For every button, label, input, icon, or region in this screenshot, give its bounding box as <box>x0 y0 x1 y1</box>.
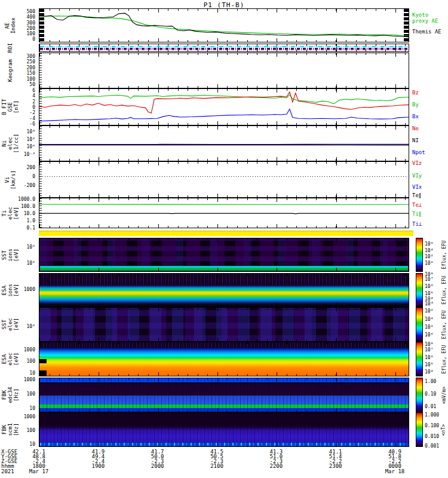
yticks-fbk-scm1: 100010010 <box>0 412 37 447</box>
unit-text: <nT> <box>441 424 447 435</box>
y-minor-ticks <box>39 162 42 197</box>
unit-text: Eflux, EFU <box>441 240 447 269</box>
legend-viy: VIy <box>412 173 422 179</box>
streak-overlay <box>39 413 409 446</box>
tick-label: 1.000 <box>425 412 439 418</box>
tick-label: 2 <box>32 99 35 104</box>
bottom-axis: X-GSE Y-GSE Z-GSE hhmm 2021 42.148.8-2.4… <box>0 449 448 478</box>
legend-bz: Bz <box>412 90 419 96</box>
tick-label: 50 <box>29 82 35 87</box>
tick-label: 10² <box>425 324 433 330</box>
tick-label: 10⁰ <box>425 332 433 337</box>
tick-block <box>39 370 47 376</box>
unit-text: Eflux, EFU <box>441 345 447 373</box>
zero-dotted-line <box>40 176 408 177</box>
roi-highlight-bar <box>39 231 413 236</box>
tick-label: 10² <box>27 136 35 142</box>
tick-label: 200 <box>27 165 35 170</box>
tick-label: 10⁴ <box>425 247 433 253</box>
tick-label: 10³ <box>425 301 433 307</box>
tick-label: 6 <box>32 88 35 93</box>
yticks-esa-ions: 1000 <box>0 273 37 307</box>
panel-keogram <box>39 53 409 88</box>
tick-label: 10⁵ <box>425 362 433 367</box>
ephemeris-value: 1900 <box>80 464 116 468</box>
tick-label: 10.0 <box>24 211 35 216</box>
low-energy-band <box>40 266 408 271</box>
tick-label: 100.0 <box>21 204 35 209</box>
top-ticks <box>39 238 409 242</box>
tick-label: -200 <box>24 183 35 188</box>
ephemeris-value: 2000 <box>140 464 176 468</box>
ephemeris-column: 41.351.0-2.32200 <box>258 449 294 468</box>
colorbar-unit-sst-ions: Eflux, EFU <box>440 238 448 272</box>
ephemeris-column: 41.949.4-2.41900 <box>80 449 116 468</box>
colorbar-fbk-scm1 <box>416 412 423 447</box>
legend-bx: Bx <box>412 114 419 120</box>
bottom-cyan-band <box>40 443 408 446</box>
colorbar-unit-sst-elec: Eflux, EFU <box>440 307 448 342</box>
panel-sst-ions-spectrogram <box>39 238 409 272</box>
legend-by: By <box>412 102 419 108</box>
date-label: Mar 17 <box>21 469 57 474</box>
tick-label: 0.10 <box>425 391 436 397</box>
yticks-vi: 2000-200 <box>0 161 37 198</box>
ephemeris-column: 42.148.8-2.41800Mar 17 <box>21 449 57 474</box>
colorbar-esa-ions <box>416 273 423 307</box>
tick-label: 100 <box>27 428 35 433</box>
top-ticks <box>39 413 409 416</box>
panel-fbk-edc34-spectrogram <box>39 378 409 412</box>
legend-viz: VIz <box>412 160 422 166</box>
ephemeris-column: 40.951.8-2.20000Mar 18 <box>377 449 413 474</box>
tick-label: 10⁶ <box>425 308 433 313</box>
tick-label: 10⁶ <box>27 244 35 249</box>
panel-roi <box>39 44 409 52</box>
themis-overview-plot: P1 (TH-B) AE Index ROI Keogram B FIT GSE… <box>0 0 448 478</box>
legend-ni: NI <box>412 137 419 143</box>
roi-line-red <box>40 49 408 50</box>
y-minor-ticks <box>39 53 42 88</box>
roi-line-cyan <box>40 46 408 47</box>
legend-ne: Ne <box>412 125 419 131</box>
tick-label: 10⁴ <box>425 369 433 374</box>
tick-label: 10 <box>29 370 35 376</box>
yticks-ni: 10⁴10²10⁰10⁻² <box>0 125 37 161</box>
tick-label: 10⁵ <box>27 323 35 329</box>
ephemeris-value: 2100 <box>199 464 235 468</box>
streak-overlay <box>39 378 409 412</box>
tick-label: 10⁸ <box>425 342 433 347</box>
tick-label: 1000 <box>24 287 35 292</box>
tick-label: 1000 <box>24 376 35 382</box>
unit-text: <mV/m> <box>441 387 447 404</box>
colorbar-esa-elec <box>416 342 423 376</box>
ephemeris-column: 41.151.4-2.22300 <box>318 449 354 468</box>
colorbar-unit-fbk-edc34: <mV/m> <box>440 378 448 412</box>
yticks-bfit: 6420-2-4-6 <box>0 88 37 125</box>
te-trace <box>39 198 409 228</box>
legend-kyoto-ae: Kyoto proxy AE <box>412 12 438 24</box>
tick-label: 0.010 <box>425 434 439 439</box>
themis-ae-trace <box>39 9 409 42</box>
legend-npot: Npot <box>412 149 425 155</box>
tick-label: 100 <box>27 391 35 397</box>
tick-label: 300 <box>27 20 35 25</box>
tick-label: 1000.0 <box>18 197 35 202</box>
tick-label: 0 <box>32 105 35 110</box>
ephemeris-value: 1800 <box>21 464 57 468</box>
legend-themis-ae: Themis AE <box>412 29 441 35</box>
legend-ti-perp: Ti⊥ <box>412 221 422 227</box>
yticks-sst-ions: 10⁶10⁵ <box>0 238 37 272</box>
ylabel-roi: ROI <box>0 44 20 52</box>
panel-fbk-scm1-spectrogram <box>39 412 409 447</box>
yticks-ae: 5004003002001000 <box>0 8 37 42</box>
tick-label: 1.0 <box>27 217 35 223</box>
tick-label: 0.1 <box>27 225 35 230</box>
ephemeris-value: 0000 <box>377 464 413 468</box>
tick-label: -2 <box>29 110 35 115</box>
panel-esa-elec-spectrogram <box>39 342 409 376</box>
legend-te-perp: Te⊥ <box>412 202 422 208</box>
tick-label: 0.100 <box>425 423 439 428</box>
tick-label: 300 <box>27 53 35 59</box>
top-ticks <box>39 342 409 346</box>
top-ticks <box>39 308 409 311</box>
